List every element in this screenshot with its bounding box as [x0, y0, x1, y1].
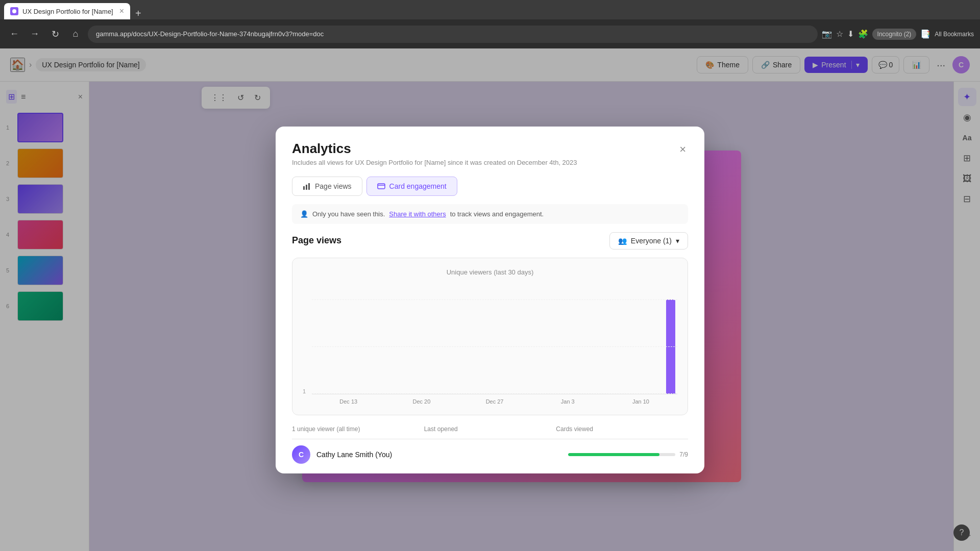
toolbar-actions: 📷 ☆ ⬇ 🧩 Incognito (2) 📑 All Bookmarks — [822, 29, 974, 40]
chart-plot: Dec 13 Dec 20 Dec 27 Jan 3 Jan 10 — [312, 299, 677, 405]
analytics-modal: Analytics Includes all views for UX Desi… — [276, 127, 704, 473]
active-tab[interactable]: UX Design Portfolio for [Name] × — [4, 3, 130, 19]
tab-close[interactable]: × — [119, 7, 124, 16]
tab-title: UX Design Portfolio for [Name] — [22, 8, 113, 15]
forward-button[interactable]: → — [27, 26, 43, 42]
modal-title: Analytics — [292, 141, 577, 157]
chart-label: Unique viewers (last 30 days) — [303, 268, 677, 276]
modal-title-area: Analytics Includes all views for UX Desi… — [292, 141, 577, 166]
section-title: Page views — [292, 235, 341, 246]
svg-rect-3 — [308, 183, 310, 190]
modal-backdrop[interactable]: Analytics Includes all views for UX Desi… — [0, 48, 980, 551]
chart-area: 1 — [303, 282, 677, 405]
x-label-dec20: Dec 20 — [385, 398, 458, 405]
y-axis: 1 — [303, 388, 312, 405]
browser-chrome: UX Design Portfolio for [Name] × + ← → ↻… — [0, 0, 980, 48]
last-opened-stat: Last opened — [424, 425, 556, 433]
share-link[interactable]: Share it with others — [389, 210, 446, 218]
dropdown-chevron-icon: ▾ — [676, 237, 679, 245]
address-bar[interactable] — [88, 26, 818, 43]
svg-rect-2 — [306, 185, 307, 190]
x-label-jan10: Jan 10 — [604, 398, 677, 405]
browser-tabs: UX Design Portfolio for [Name] × + — [0, 0, 980, 19]
card-engagement-tab[interactable]: Card engagement — [366, 177, 457, 196]
x-label-dec27: Dec 27 — [458, 398, 531, 405]
info-text: Only you have seen this. — [312, 210, 385, 218]
grid-line-top — [312, 299, 677, 300]
modal-tab-bar: Page views Card engagement — [276, 166, 704, 196]
home-button[interactable]: ⌂ — [67, 26, 84, 42]
x-axis-labels: Dec 13 Dec 20 Dec 27 Jan 3 Jan 10 — [312, 394, 677, 405]
bookmarks-label: All Bookmarks — [935, 31, 974, 38]
bar-28-filled — [666, 299, 675, 394]
camera-icon: 📷 — [822, 29, 832, 39]
modal-header: Analytics Includes all views for UX Desi… — [276, 127, 704, 166]
viewer-avatar: C — [292, 445, 310, 464]
page-views-tab[interactable]: Page views — [292, 177, 362, 196]
viewer-progress: 7/9 — [568, 451, 688, 458]
download-icon[interactable]: ⬇ — [847, 29, 854, 39]
modal-close-button[interactable]: × — [677, 141, 688, 158]
viewer-name: Cathy Lane Smith (You) — [316, 450, 436, 459]
stats-row: 1 unique viewer (all time) Last opened C… — [292, 425, 688, 439]
extensions-icon[interactable]: 🧩 — [858, 29, 868, 39]
grid-line-mid — [312, 346, 677, 347]
info-bar: 👤 Only you have seen this. Share it with… — [292, 204, 688, 224]
progress-label: 7/9 — [679, 451, 688, 458]
modal-body: Page views 👥 Everyone (1) ▾ Unique viewe… — [276, 232, 704, 473]
tab-favicon — [10, 7, 18, 15]
svg-rect-1 — [303, 186, 305, 190]
group-icon: 👥 — [618, 237, 627, 245]
browser-toolbar: ← → ↻ ⌂ 📷 ☆ ⬇ 🧩 Incognito (2) 📑 All Book… — [0, 19, 980, 48]
refresh-button[interactable]: ↻ — [47, 26, 63, 42]
person-icon: 👤 — [300, 210, 308, 218]
grid-lines — [312, 299, 677, 394]
app-area: 🏠 › UX Design Portfolio for [Name] 🎨 The… — [0, 48, 980, 551]
cards-viewed-stat: Cards viewed — [556, 425, 688, 433]
svg-point-0 — [12, 9, 16, 13]
x-label-dec13: Dec 13 — [312, 398, 385, 405]
incognito-badge: Incognito (2) — [872, 29, 917, 40]
viewer-row: C Cathy Lane Smith (You) 7/9 — [292, 445, 688, 464]
new-tab-button[interactable]: + — [131, 8, 145, 19]
progress-bar-fill — [568, 453, 659, 456]
info-text-after: to track views and engagement. — [450, 210, 544, 218]
progress-bar-track — [568, 453, 675, 456]
back-button[interactable]: ← — [6, 26, 22, 42]
chart-bar-icon — [303, 182, 311, 190]
star-icon[interactable]: ☆ — [836, 29, 843, 39]
y-label-1: 1 — [303, 388, 306, 394]
x-label-jan3: Jan 3 — [531, 398, 604, 405]
card-icon — [377, 182, 385, 190]
chart-bars — [312, 299, 677, 394]
bookmarks-icon[interactable]: 📑 — [920, 29, 930, 39]
svg-rect-4 — [378, 184, 385, 189]
modal-subtitle: Includes all views for UX Design Portfol… — [292, 159, 577, 166]
bar-group-28 — [664, 299, 677, 394]
unique-viewers-stat: 1 unique viewer (all time) — [292, 425, 424, 433]
chart-container: Unique viewers (last 30 days) 1 — [292, 258, 688, 415]
grid-line-bottom — [312, 393, 677, 394]
everyone-filter-button[interactable]: 👥 Everyone (1) ▾ — [609, 232, 688, 249]
section-header: Page views 👥 Everyone (1) ▾ — [292, 232, 688, 249]
